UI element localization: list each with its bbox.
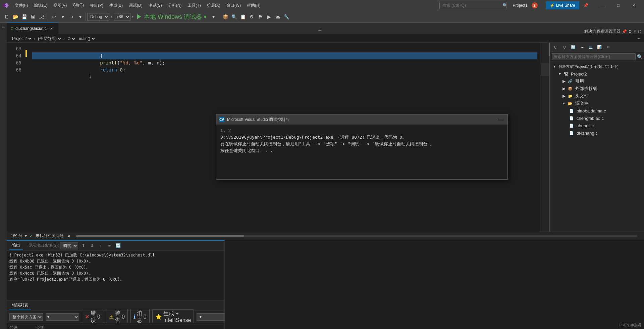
run-button[interactable]: ▶ 本地 Windows 调试器 ▾ [135,13,208,21]
menu-git[interactable]: Git(G) [70,2,87,9]
tree-ref-label: 引用 [575,78,584,84]
search-input[interactable] [439,2,506,9]
minimap-scrollbar-thumb[interactable] [549,43,550,56]
tree-external-deps[interactable]: ▶ 📦 外部依赖项 [550,85,644,92]
menu-build[interactable]: 生成(B) [107,2,125,9]
scroll-track[interactable] [76,235,637,237]
se-settings-icon[interactable]: ⚙ [628,29,632,34]
toolbar-extra3[interactable]: 📋 [239,13,247,21]
toolbar-undo-arrow[interactable]: ▾ [59,13,67,21]
new-tab-btn[interactable]: + [316,27,325,34]
toolbar-save-all-btn[interactable]: 🖫 [29,13,37,21]
tree-headers[interactable]: ▶ 📁 头文件 [550,92,644,100]
se-toolbar-btn1[interactable]: ⬡ [552,43,560,51]
tree-sources[interactable]: ▾ 📂 源文件 [550,100,644,107]
output-btn2[interactable]: ⬇ [88,242,96,249]
menu-tools[interactable]: 工具(T) [185,2,203,9]
scroll-thumb[interactable] [76,235,244,237]
se-toolbar-btn5[interactable]: 💻 [587,43,595,51]
menu-window[interactable]: 窗口(W) [224,2,244,9]
tree-f1-label: biaobaidaima.c [577,108,606,113]
toolbar-extra1[interactable]: 📦 [221,13,229,21]
pin-button[interactable]: 📌 [582,3,590,8]
error-scope-arrow[interactable]: ▾ [46,313,79,321]
se-toolbar-btn7[interactable]: ⚙ [604,43,612,51]
zoom-arrow[interactable]: ▾ [25,234,27,238]
error-scope-select[interactable]: 整个解决方案 [9,313,43,321]
live-share-button[interactable]: ⚡ Live Share [546,1,579,9]
toolbar-extra4[interactable]: ⚙ [248,13,256,21]
toolbar-undo-btn[interactable]: ↩ [50,13,58,21]
output-btn1[interactable]: ⬆ [79,242,87,249]
error-list-tab[interactable]: 错误列表 [9,301,31,310]
debug-line-2: D:\VS2019Cyuyan\Project1\Debug\Project2.… [220,134,503,141]
breadcrumb-add-btn[interactable]: + [638,36,640,41]
menu-debug[interactable]: 调试(D) [126,2,145,9]
toolbar-extra5[interactable]: ⚑ [256,13,264,21]
toolbar-extra7[interactable]: ⏏ [274,13,282,21]
breadcrumb-function[interactable]: ⊙ [66,36,76,41]
toolbar-redo-arrow[interactable]: ▾ [76,13,84,21]
se-expand-icon[interactable]: ⬡ [638,29,641,34]
editor-tab-active[interactable]: C di5zhangshixun.c × [7,22,58,34]
toolbar-extra8[interactable]: 🔧 [282,13,290,21]
output-source-select[interactable]: 调试 [60,242,78,249]
error-badge-warnings[interactable]: ⚠ 警告 0 [106,309,128,325]
tree-file-di4zhang[interactable]: 📄 di4zhang.c [550,129,644,137]
tree-references[interactable]: ▶ 🔗 引用 [550,78,644,85]
output-tab[interactable]: 输出 [9,241,23,250]
tab-close-btn[interactable]: × [49,26,54,31]
minimize-button[interactable]: — [595,0,610,11]
se-close-icon[interactable]: ✕ [633,29,637,34]
error-badge-messages[interactable]: ℹ 消息 0 [130,309,150,325]
close-button[interactable]: ✕ [626,0,641,11]
breadcrumb-function-name[interactable]: main() [77,36,96,41]
toolbar-extra6[interactable]: ▶ [265,13,273,21]
se-search-area: 🔍 [550,52,644,61]
menu-view[interactable]: 视图(V) [51,2,69,9]
zoom-level[interactable]: 189 % [11,234,22,238]
tree-file-chengji[interactable]: 📄 chengji.c [550,122,644,129]
menu-file[interactable]: 文件(F) [12,2,31,9]
error-badge-build[interactable]: ⭐ 生成 + IntelliSense [152,309,194,324]
output-btn5[interactable]: 🔄 [114,242,122,249]
se-toolbar-btn4[interactable]: ☁ [578,43,586,51]
toolbar-save-btn[interactable]: 💾 [20,13,28,21]
se-toolbar-btn3[interactable]: 🔄 [569,43,577,51]
toolbar-git-btn[interactable]: ⎇ [38,13,46,21]
toolbar-debug-group: Debug ▾ x86 ▾ ▶ 本地 Windows 调试器 ▾ ▾ [87,13,217,21]
breadcrumb-project[interactable]: Project2 [11,36,33,41]
se-search-input[interactable] [552,53,636,60]
tab-filename: di5zhangshixun.c [15,26,47,31]
menu-help[interactable]: 帮助(H) [244,2,263,9]
debug-config-select[interactable]: Debug [87,13,109,20]
toolbar-extra2[interactable]: 🔍 [230,13,238,21]
tree-project[interactable]: ▾ 🏗 Project2 [550,70,644,78]
menu-test[interactable]: 测试(S) [146,2,165,9]
se-toolbar-btn6[interactable]: 📊 [595,43,603,51]
tree-file-chengfabiao[interactable]: 📄 chengfabiao.c [550,114,644,122]
output-btn3[interactable]: ↕ [97,242,104,249]
menu-extensions[interactable]: 扩展(X) [204,2,223,9]
output-panel: 输出 显示输出来源(S): 调试 ⬆ ⬇ ↕ ≡ 🔄 [7,240,224,300]
breadcrumb-scope[interactable]: (全局范围) [37,36,62,41]
tree-solution[interactable]: ▾ 解决方案"Project1"(1 个项目/共 1 个) [550,63,644,70]
debug-console-close-btn[interactable]: — [497,117,505,122]
toolbar-open-btn[interactable]: 📂 [11,13,19,21]
menu-project[interactable]: 项目(P) [87,2,106,9]
toolbar-new-btn[interactable]: 🗋 [3,13,11,21]
error-badge-errors[interactable]: ✕ 错误 0 [82,309,103,325]
output-btn4[interactable]: ≡ [106,242,113,249]
tree-f4-label: di4zhang.c [577,131,598,136]
se-pin-icon[interactable]: 📌 [622,29,627,34]
toolbar-run-ext[interactable]: ▾ [209,13,217,21]
activity-bar-icon[interactable]: ≡ [2,24,5,30]
menu-analyze[interactable]: 分析(N) [165,2,184,9]
platform-select[interactable]: x86 [114,13,130,20]
se-toolbar-btn2[interactable]: ⬡ [560,43,569,51]
toolbar-redo-btn[interactable]: ↪ [67,13,75,21]
menu-edit[interactable]: 编辑(E) [31,2,50,9]
build-icon: ⭐ [155,314,162,320]
tree-file-biaobaidaima[interactable]: 📄 biaobaidaima.c [550,107,644,114]
maximize-button[interactable]: □ [610,0,626,11]
